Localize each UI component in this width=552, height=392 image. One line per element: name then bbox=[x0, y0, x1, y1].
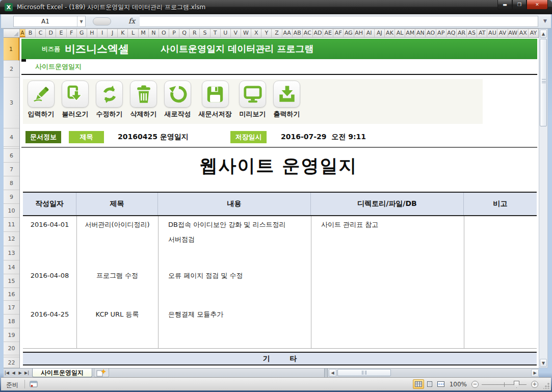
column-header-AH[interactable]: AH bbox=[354, 29, 364, 37]
column-header-P[interactable]: P bbox=[169, 29, 179, 37]
column-header-AX[interactable]: AX bbox=[518, 29, 529, 37]
column-header-AN[interactable]: AN bbox=[415, 29, 426, 37]
row-header-17[interactable]: 17 bbox=[4, 301, 19, 315]
row-header-11[interactable]: 11 bbox=[4, 218, 19, 232]
normal-view-icon[interactable] bbox=[413, 379, 424, 389]
btn-delete[interactable]: 삭제하기 bbox=[126, 81, 161, 119]
formula-input[interactable] bbox=[140, 16, 538, 27]
insert-worksheet-icon[interactable] bbox=[94, 369, 109, 377]
btn-input[interactable]: 입력하기 bbox=[24, 81, 58, 119]
column-header-AY[interactable]: AY bbox=[529, 29, 539, 37]
column-header-I[interactable]: I bbox=[97, 29, 108, 37]
column-header-D[interactable]: D bbox=[46, 29, 56, 37]
row-header-2[interactable]: 2 bbox=[4, 61, 19, 77]
row-header-15[interactable]: 15 bbox=[4, 274, 19, 288]
column-header-AT[interactable]: AT bbox=[477, 29, 487, 37]
row-header-8[interactable]: 8 bbox=[4, 176, 19, 190]
row-header-7[interactable]: 7 bbox=[4, 163, 19, 176]
btn-preview[interactable]: 미리보기 bbox=[235, 81, 270, 119]
last-sheet-icon[interactable]: ▶| bbox=[23, 369, 30, 377]
column-header-AP[interactable]: AP bbox=[436, 29, 446, 37]
column-header-AQ[interactable]: AQ bbox=[446, 29, 457, 37]
formula-bar-expand-icon[interactable]: ▼ bbox=[543, 18, 547, 23]
column-header-G[interactable]: G bbox=[77, 29, 87, 37]
resize-grip[interactable] bbox=[543, 383, 549, 389]
column-header-AG[interactable]: AG bbox=[344, 29, 354, 37]
select-all-corner[interactable] bbox=[4, 29, 20, 37]
column-header-AU[interactable]: AU bbox=[487, 29, 497, 37]
row-header-19[interactable]: 19 bbox=[4, 328, 19, 342]
column-header-Q[interactable]: Q bbox=[179, 29, 190, 37]
column-header-AA[interactable]: AA bbox=[282, 29, 293, 37]
column-header-V[interactable]: V bbox=[231, 29, 241, 37]
column-header-J[interactable]: J bbox=[108, 29, 118, 37]
row-header-13[interactable]: 13 bbox=[4, 246, 19, 260]
insert-function-icon[interactable]: fx bbox=[128, 17, 135, 25]
column-header-AS[interactable]: AS bbox=[467, 29, 477, 37]
column-header-AW[interactable]: AW bbox=[508, 29, 518, 37]
row-header-22[interactable]: 22 bbox=[4, 357, 19, 368]
zoom-in-icon[interactable]: + bbox=[531, 381, 538, 388]
btn-savenew[interactable]: 새문서저장 bbox=[195, 81, 235, 119]
scroll-up-icon[interactable]: ▲ bbox=[540, 30, 547, 38]
sheet-tab-active[interactable]: 사이트운영일지 bbox=[32, 369, 92, 377]
worksheet[interactable]: 비즈폼 비즈니스엑셀 사이트운영일지 데이터관리 프로그램 사이트운영일지 입력… bbox=[20, 38, 539, 368]
column-header-Z[interactable]: Z bbox=[272, 29, 282, 37]
next-sheet-icon[interactable]: ▶ bbox=[17, 369, 23, 377]
zoom-out-icon[interactable]: − bbox=[471, 381, 479, 388]
tab-split-handle[interactable] bbox=[324, 369, 328, 377]
scroll-down-icon[interactable]: ▼ bbox=[540, 359, 547, 367]
title-bar[interactable]: X Microsoft Excel - (189) 사이트운영일지 데이터관리 … bbox=[0, 0, 552, 14]
column-header-AF[interactable]: AF bbox=[333, 29, 344, 37]
column-header-AO[interactable]: AO bbox=[426, 29, 436, 37]
row-header-20[interactable]: 20 bbox=[4, 342, 19, 355]
row-header-18[interactable]: 18 bbox=[4, 315, 19, 328]
vertical-scroll-thumb[interactable] bbox=[540, 39, 547, 126]
column-header-AI[interactable]: AI bbox=[364, 29, 375, 37]
minimize-button[interactable]: ▬ bbox=[497, 0, 512, 10]
column-header-AC[interactable]: AC bbox=[303, 29, 313, 37]
column-header-C[interactable]: C bbox=[36, 29, 46, 37]
column-header-R[interactable]: R bbox=[190, 29, 200, 37]
prev-sheet-icon[interactable]: ◀ bbox=[10, 369, 17, 377]
breadcrumb[interactable]: 사이트운영일지 bbox=[35, 62, 82, 71]
zoom-level-text[interactable]: 100% bbox=[450, 381, 467, 388]
row-header-3[interactable]: 3 bbox=[4, 77, 19, 128]
vertical-scrollbar[interactable]: ▲ ▼ bbox=[539, 29, 548, 368]
row-header-1[interactable]: 1 bbox=[4, 38, 19, 61]
column-header-AE[interactable]: AE bbox=[323, 29, 333, 37]
name-box[interactable]: A1 ▼ bbox=[13, 16, 86, 27]
column-header-AR[interactable]: AR bbox=[457, 29, 467, 37]
horizontal-scroll-thumb[interactable] bbox=[337, 369, 391, 376]
column-header-O[interactable]: O bbox=[159, 29, 169, 37]
btn-load[interactable]: 불러오기 bbox=[58, 81, 92, 119]
column-header-U[interactable]: U bbox=[221, 29, 231, 37]
column-header-AK[interactable]: AK bbox=[385, 29, 395, 37]
column-header-Y[interactable]: Y bbox=[261, 29, 272, 37]
name-box-dropdown-icon[interactable]: ▼ bbox=[77, 16, 85, 27]
column-header-N[interactable]: N bbox=[149, 29, 159, 37]
column-header-K[interactable]: K bbox=[118, 29, 128, 37]
column-header-AL[interactable]: AL bbox=[395, 29, 405, 37]
column-header-X[interactable]: X bbox=[251, 29, 261, 37]
column-header-F[interactable]: F bbox=[67, 29, 77, 37]
horizontal-scrollbar[interactable] bbox=[336, 369, 531, 377]
column-header-AM[interactable]: AM bbox=[405, 29, 415, 37]
page-break-view-icon[interactable] bbox=[435, 379, 446, 389]
column-header-B[interactable]: B bbox=[25, 29, 36, 37]
scroll-left-icon[interactable]: ◀ bbox=[329, 369, 336, 377]
column-header-S[interactable]: S bbox=[200, 29, 210, 37]
zoom-slider-thumb[interactable] bbox=[514, 381, 519, 388]
restore-button[interactable]: ❐ bbox=[512, 0, 527, 10]
page-layout-view-icon[interactable] bbox=[424, 379, 435, 389]
column-header-AB[interactable]: AB bbox=[293, 29, 303, 37]
column-header-H[interactable]: H bbox=[87, 29, 97, 37]
column-header-AD[interactable]: AD bbox=[313, 29, 323, 37]
row-header-9[interactable]: 9 bbox=[4, 190, 19, 204]
btn-edit[interactable]: 수정하기 bbox=[92, 81, 126, 119]
row-header-12[interactable]: 12 bbox=[4, 232, 19, 246]
column-header-AJ[interactable]: AJ bbox=[375, 29, 385, 37]
column-header-AV[interactable]: AV bbox=[497, 29, 508, 37]
macro-record-icon[interactable] bbox=[30, 380, 38, 390]
btn-new[interactable]: 새로작성 bbox=[161, 81, 195, 119]
